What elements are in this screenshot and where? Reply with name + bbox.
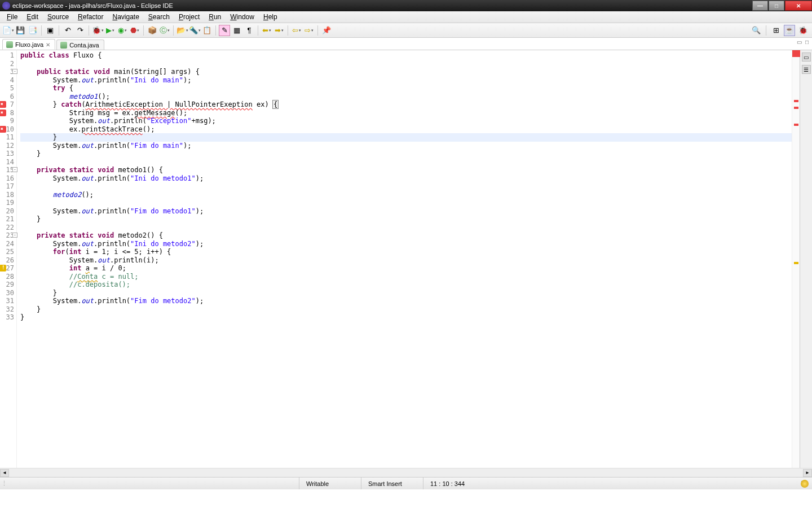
debug-perspective-button[interactable]: 🐞 [797,25,809,36]
code-line[interactable]: System.out.println("Ini do metodo1"); [20,174,792,183]
code-line[interactable]: } [20,305,792,314]
code-line[interactable] [20,60,792,68]
quick-access-button[interactable]: 🔍 [751,25,762,36]
status-cursor-position[interactable]: 11 : 10 : 344 [423,478,502,489]
error-marker-icon[interactable] [0,101,6,108]
scroll-right-arrow[interactable]: ► [803,469,812,477]
menu-run[interactable]: Run [204,12,226,22]
terminal-button[interactable]: ▣ [45,25,56,36]
code-line[interactable]: metodo2(); [20,191,792,199]
show-whitespace-button[interactable]: ¶ [244,25,255,36]
code-line[interactable]: System.out.println("Fim do metodo1"); [20,207,792,216]
save-all-button[interactable]: 📑 [27,25,38,36]
menu-help[interactable]: Help [259,12,282,22]
outline-view-button[interactable]: ☰ [802,65,811,74]
menu-project[interactable]: Project [174,12,204,22]
scroll-left-arrow[interactable]: ◄ [0,469,9,477]
code-line[interactable]: } [20,289,792,297]
menu-edit[interactable]: Edit [22,12,43,22]
code-line[interactable]: System.out.println(i); [20,256,792,265]
fold-toggle-icon[interactable]: - [12,69,17,74]
code-line[interactable]: metodo1(); [20,93,792,101]
code-line[interactable]: System.out.println("Exception"+msg); [20,117,792,125]
menu-search[interactable]: Search [144,12,174,22]
restore-view-button[interactable]: ▭ [802,52,811,62]
editor-tab-fluxo-java[interactable]: Fluxo.java✕ [2,39,55,50]
code-line[interactable]: public class Fluxo { [20,51,792,60]
menu-source[interactable]: Source [43,12,73,22]
redo-button[interactable]: ↷ [74,25,86,36]
open-task-button[interactable]: 📋 [201,25,213,36]
fold-toggle-icon[interactable]: - [12,233,17,238]
code-line[interactable]: public static void main(String[] args) { [20,68,792,76]
line-number-gutter[interactable]: 123-456789101112131415-1617181920212223-… [0,50,17,468]
code-line[interactable] [20,224,792,232]
code-line[interactable] [20,199,792,207]
code-line[interactable]: for(int i = 1; i <= 5; i++) { [20,248,792,256]
overview-ruler[interactable] [792,50,800,468]
code-line[interactable]: } [20,313,792,322]
annotation-prev-button[interactable]: ⬅ [261,25,272,36]
undo-button[interactable]: ↶ [62,25,73,36]
code-line[interactable]: try { [20,84,792,93]
code-line[interactable]: } catch(ArithmeticException | NullPointe… [20,100,792,109]
code-line[interactable]: String msg = ex.getMessage(); [20,109,792,117]
code-line[interactable] [20,158,792,167]
window-minimize-button[interactable]: — [752,1,768,11]
coverage-button[interactable]: ◉ [117,25,128,36]
minimize-view-icon[interactable]: ▭ [797,39,802,45]
warning-marker-icon[interactable] [0,265,6,271]
fold-toggle-icon[interactable]: - [12,167,17,172]
code-line[interactable]: System.out.println("Fim do metodo2"); [20,297,792,305]
code-editor[interactable]: public class Fluxo { public static void … [17,50,792,468]
code-line[interactable]: private static void metodo2() { [20,231,792,240]
debug-button[interactable]: 🐞 [92,25,103,36]
save-button[interactable]: 💾 [15,25,26,36]
new-class-button[interactable]: Ⓒ [159,25,170,36]
menu-navigate[interactable]: Navigate [108,12,143,22]
code-line[interactable]: System.out.println("Ini do main"); [20,76,792,85]
overview-mark[interactable] [794,124,798,126]
external-button[interactable]: ⬣ [129,25,140,36]
code-line[interactable]: } [20,133,792,142]
menu-refactor[interactable]: Refactor [73,12,108,22]
error-marker-icon[interactable] [0,126,6,133]
tab-close-icon[interactable]: ✕ [46,42,50,48]
back-button[interactable]: ⇦ [291,25,302,36]
pin-button[interactable]: 📌 [321,25,332,36]
annotation-next-button[interactable]: ➡ [273,25,285,36]
search-type-button[interactable]: 🔦 [189,25,200,36]
menu-file[interactable]: File [2,12,22,22]
editor-horizontal-scrollbar[interactable]: ◄ ► [0,468,812,477]
tip-bulb-icon[interactable] [801,480,809,488]
maximize-view-icon[interactable]: □ [805,39,809,45]
open-perspective-button[interactable]: ⊞ [770,25,782,36]
forward-button[interactable]: ⇨ [303,25,315,36]
status-writable[interactable]: Writable [299,478,361,489]
run-button[interactable]: ▶ [104,25,116,36]
status-insert-mode[interactable]: Smart Insert [361,478,423,489]
code-line[interactable]: } [20,150,792,158]
overview-mark[interactable] [794,262,798,264]
menu-window[interactable]: Window [226,12,259,22]
overview-mark[interactable] [794,107,798,109]
status-handle-left[interactable]: ⋮ [0,480,3,487]
open-type-button[interactable]: 📂 [176,25,188,36]
code-line[interactable] [20,182,792,191]
window-close-button[interactable]: ✕ [785,1,812,11]
window-maximize-button[interactable]: □ [769,1,784,11]
error-marker-icon[interactable] [0,110,6,116]
new-button[interactable]: 📄 [2,25,14,36]
code-line[interactable]: //c.deposita(); [20,281,792,289]
toggle-block-button[interactable]: ▦ [231,25,242,36]
toggle-mark-button[interactable]: ✎ [219,25,230,36]
code-line[interactable]: int a = i / 0; [20,264,792,273]
code-line[interactable]: ex.printStackTrace(); [20,125,792,134]
new-package-button[interactable]: 📦 [147,25,158,36]
code-line[interactable]: System.out.println("Fim do main"); [20,142,792,150]
editor-tab-conta-java[interactable]: Conta.java [56,40,104,50]
overview-mark[interactable] [794,100,798,102]
java-perspective-button[interactable]: ☕ [784,25,795,36]
code-line[interactable]: System.out.println("Ini do metodo2"); [20,240,792,248]
code-line[interactable]: //Conta c = null; [20,273,792,281]
